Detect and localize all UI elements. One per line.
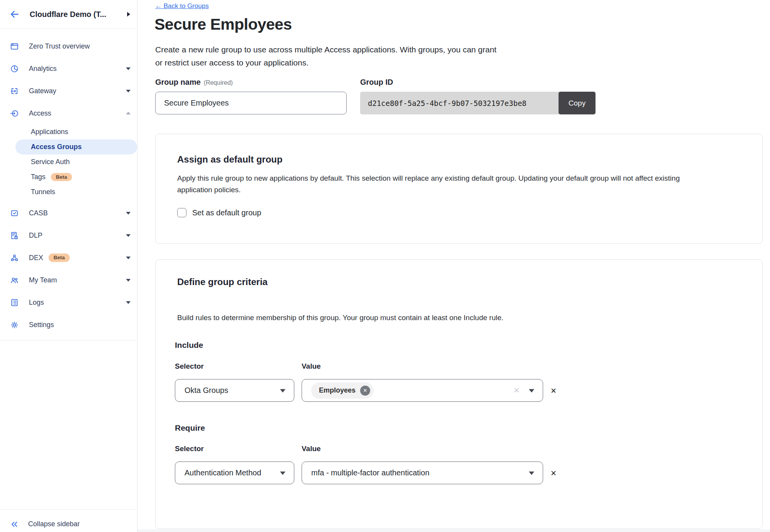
page-description-line2: or restrict user access to your applicat… <box>155 58 309 67</box>
sidebar-item-dlp[interactable]: DLP <box>0 224 137 247</box>
sidebar-item-my-team[interactable]: My Team <box>0 269 137 291</box>
account-switcher[interactable]: Cloudflare Demo (T... <box>0 0 137 29</box>
sidebar-item-label: Zero Trust overview <box>29 42 90 50</box>
sidebar-item-label: My Team <box>29 276 57 284</box>
include-heading: Include <box>175 341 203 350</box>
chevron-down-icon[interactable] <box>126 90 131 92</box>
gateway-icon <box>10 86 19 96</box>
require-selector-dropdown[interactable]: Authentication Method <box>175 462 294 484</box>
sidebar-item-applications[interactable]: Applications <box>0 124 137 139</box>
sidebar-item-label: Tags <box>31 173 45 181</box>
collapse-sidebar-label: Collapse sidebar <box>28 520 80 528</box>
main-content: ← Back to Groups Secure Employees Create… <box>138 0 770 532</box>
sidebar-item-label: Settings <box>29 321 54 329</box>
sidebar-item-access-groups[interactable]: Access Groups <box>15 139 137 154</box>
assign-default-group-description: Apply this rule group to new application… <box>177 173 680 196</box>
assign-default-group-card: Assign as default group Apply this rule … <box>155 134 763 244</box>
collapse-sidebar-button[interactable]: Collapse sidebar <box>0 516 137 532</box>
require-value-label: Value <box>302 445 321 453</box>
sidebar-item-label: Logs <box>29 299 44 307</box>
chevron-down-icon[interactable] <box>126 67 131 70</box>
sidebar-item-tunnels[interactable]: Tunnels <box>0 185 137 200</box>
sidebar-item-access[interactable]: Access <box>0 102 137 124</box>
pie-chart-icon <box>10 64 19 73</box>
logs-icon <box>10 298 19 307</box>
sidebar-item-casb[interactable]: CASB <box>0 202 137 224</box>
sidebar-item-label: DLP <box>29 232 42 240</box>
back-to-groups-link[interactable]: ← Back to Groups <box>155 2 209 10</box>
group-id-value: d21ce80f-5a25-4bcf-9b07-5032197e3be8 <box>360 92 559 114</box>
gear-icon <box>10 320 19 329</box>
group-id-row: d21ce80f-5a25-4bcf-9b07-5032197e3be8 Cop… <box>360 92 596 114</box>
sidebar-item-label: Access Groups <box>31 143 82 151</box>
sidebar-item-label: Gateway <box>29 87 56 95</box>
remove-include-rule-button[interactable]: ✕ <box>549 386 559 396</box>
viewport-bottom-edge <box>138 529 770 532</box>
sidebar-item-zero-trust-overview[interactable]: Zero Trust overview <box>0 35 137 57</box>
beta-badge: Beta <box>51 173 72 181</box>
assign-default-group-heading: Assign as default group <box>177 154 282 165</box>
casb-icon <box>10 208 19 218</box>
set-default-group-option[interactable]: Set as default group <box>177 208 261 217</box>
sidebar-item-analytics[interactable]: Analytics <box>0 57 137 80</box>
sidebar-item-label: Analytics <box>29 65 57 73</box>
chip-remove-icon[interactable]: ✕ <box>360 386 370 396</box>
double-chevron-left-icon <box>10 520 19 529</box>
sidebar-item-label: Applications <box>31 128 68 136</box>
define-group-criteria-description: Build rules to determine membership of t… <box>177 312 503 324</box>
access-submenu: Applications Access Groups Service Auth … <box>0 124 137 200</box>
dropdown-caret-icon <box>280 389 285 393</box>
assign-default-description-line1: Apply this rule group to new application… <box>177 174 680 182</box>
sidebar-item-tags[interactable]: Tags Beta <box>0 170 137 185</box>
chevron-right-icon <box>127 12 130 17</box>
set-default-group-label: Set as default group <box>192 208 261 217</box>
include-value-label: Value <box>302 362 321 371</box>
chevron-down-icon[interactable] <box>126 234 131 237</box>
require-selector-value: Authentication Method <box>185 468 261 477</box>
value-chip: Employees ✕ <box>311 383 374 399</box>
chevron-up-icon[interactable] <box>126 112 131 114</box>
sidebar-divider <box>0 340 137 341</box>
sidebar-item-label: Tunnels <box>31 188 55 196</box>
back-arrow-icon[interactable] <box>10 9 20 19</box>
sidebar-item-settings[interactable]: Settings <box>0 314 137 336</box>
sidebar-item-service-auth[interactable]: Service Auth <box>0 154 137 170</box>
require-selector-label: Selector <box>175 445 204 453</box>
require-value-text: mfa - multiple-factor authentication <box>311 468 429 477</box>
window-icon <box>10 42 19 51</box>
clear-value-icon[interactable]: ✕ <box>513 386 520 395</box>
sidebar-item-gateway[interactable]: Gateway <box>0 80 137 102</box>
remove-require-rule-button[interactable]: ✕ <box>549 468 559 478</box>
page-title: Secure Employees <box>154 15 292 34</box>
set-default-group-checkbox[interactable] <box>177 208 186 217</box>
network-nodes-icon <box>10 253 19 262</box>
document-lock-icon <box>10 231 19 240</box>
dropdown-caret-icon <box>529 472 534 475</box>
copy-button[interactable]: Copy <box>559 92 596 114</box>
chevron-down-icon[interactable] <box>126 279 131 282</box>
sidebar-item-label: Service Auth <box>31 158 70 166</box>
sidebar-item-dex[interactable]: DEX Beta <box>0 247 137 269</box>
include-selector-label: Selector <box>175 362 204 371</box>
users-icon <box>10 275 19 285</box>
value-chip-label: Employees <box>319 386 356 394</box>
define-group-criteria-heading: Define group criteria <box>177 277 268 287</box>
chevron-down-icon[interactable] <box>126 257 131 259</box>
assign-default-description-line2: application policies. <box>177 186 241 194</box>
sidebar-nav: Zero Trust overview Analytics Gateway Ac… <box>0 29 137 336</box>
include-selector-dropdown[interactable]: Okta Groups <box>175 379 294 402</box>
sidebar-item-logs[interactable]: Logs <box>0 291 137 314</box>
page-description: Create a new rule group to use across mu… <box>155 43 497 69</box>
access-icon <box>10 109 19 118</box>
sidebar-item-label: DEX <box>29 254 43 262</box>
sidebar-divider <box>0 509 137 510</box>
chevron-down-icon[interactable] <box>126 301 131 304</box>
define-group-criteria-card: Define group criteria Build rules to det… <box>155 259 763 529</box>
require-value-dropdown[interactable]: mfa - multiple-factor authentication <box>302 462 543 484</box>
chevron-down-icon[interactable] <box>126 212 131 215</box>
group-name-input[interactable] <box>155 92 347 114</box>
dropdown-caret-icon <box>529 389 534 393</box>
group-name-field: Group name(Required) <box>155 78 347 114</box>
include-selector-value: Okta Groups <box>185 386 228 395</box>
include-value-dropdown[interactable]: Employees ✕ ✕ <box>302 379 543 402</box>
